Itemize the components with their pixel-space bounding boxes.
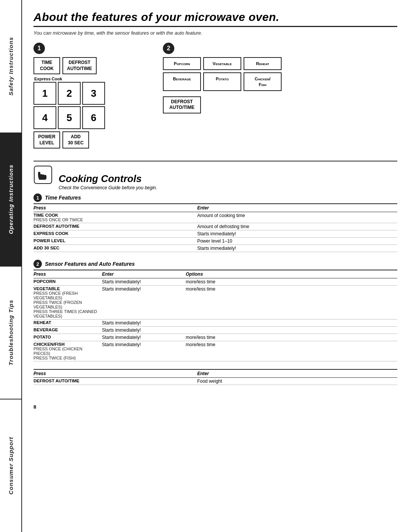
row-options: more/less time — [186, 286, 397, 320]
sensor-features-block: 2 Sensor Features and Auto Features Pres… — [33, 260, 397, 361]
cooking-controls-header: Cooking Controls — [33, 165, 397, 184]
number-grid: 1 2 3 4 5 6 — [33, 82, 105, 129]
table-row: POPCORN Starts immediately! more/less ti… — [33, 278, 397, 286]
row-press: POTATO — [33, 334, 102, 341]
defrost-enter-header: Enter — [197, 369, 397, 378]
sidebar-operating-label: Operating Instructions — [8, 165, 14, 234]
sidebar-troubleshooting: Troubleshooting Tips — [0, 267, 21, 400]
power-level-btn[interactable]: PowerLevel — [33, 131, 60, 149]
row-press: DEFROST AUTO/TIME — [33, 223, 197, 230]
add-30-sec-btn[interactable]: Add30 Sec — [62, 131, 89, 149]
time-features-title: Time Features — [45, 195, 81, 201]
row-enter: Amount of cooking time — [197, 212, 397, 223]
row-options: more/less time — [186, 341, 397, 361]
left-buttons-area: TimeCook DefrostAuto/Time Express Cook 1… — [33, 57, 105, 149]
express-cook-label: Express Cook — [34, 77, 105, 81]
chicken-fish-btn[interactable]: Chicken/Fish — [244, 72, 282, 91]
time-cook-label: TimeCook — [40, 60, 54, 71]
panel-left: 1 TimeCook DefrostAuto/Time Express Cook… — [33, 43, 151, 149]
num-btn-4[interactable]: 4 — [33, 106, 56, 129]
page-number: 8 — [33, 404, 397, 410]
row-press: BEVERAGE — [33, 327, 102, 334]
row-enter: Starts immediately! — [197, 245, 397, 252]
row-options — [186, 320, 397, 327]
vegetable-btn[interactable]: Vegetable — [203, 57, 241, 70]
row-press: CHICKEN/FISHPress once (chicken pieces)P… — [33, 341, 102, 361]
popcorn-btn[interactable]: Popcorn — [163, 57, 201, 70]
table-row: VEGETABLEPress once (fresh vegetables)Pr… — [33, 286, 397, 320]
row-press: POPCORN — [33, 278, 102, 286]
row-press: EXPRESS COOK — [33, 230, 197, 238]
row-enter: Starts immediately! — [102, 286, 186, 320]
row-enter: Amount of defrosting time — [197, 223, 397, 230]
row-enter: Starts immediately! — [102, 278, 186, 286]
table-row: CHICKEN/FISHPress once (chicken pieces)P… — [33, 341, 397, 361]
sidebar-safety-label: Safety Instructions — [8, 37, 14, 96]
table-row: POTATO Starts immediately! more/less tim… — [33, 334, 397, 341]
sidebar-consumer: Consumer Support — [0, 399, 21, 532]
sensor-features-badge: 2 — [33, 260, 42, 268]
time-features-block: 1 Time Features Press Enter TIME COOKPre… — [33, 193, 397, 252]
page-title: About the features of your microwave ove… — [33, 11, 397, 27]
row-enter: Power level 1–10 — [197, 238, 397, 245]
table-row: BEVERAGE Starts immediately! — [33, 327, 397, 334]
table-row: DEFROST AUTO/TIME Food weight — [33, 378, 397, 385]
defrost-press-header: Press — [33, 369, 197, 378]
page-subtitle: You can microwave by time, with the sens… — [33, 30, 397, 36]
right-defrost-btn[interactable]: DefrostAuto/Time — [163, 96, 201, 113]
row-press: TIME COOKPress once or twice — [33, 212, 197, 223]
power-level-label: PowerLevel — [38, 134, 55, 145]
time-press-header: Press — [33, 204, 197, 212]
defrost-table: Press Enter DEFROST AUTO/TIME Food weigh… — [33, 369, 397, 385]
table-row: DEFROST AUTO/TIME Amount of defrosting t… — [33, 223, 397, 230]
sidebar-consumer-label: Consumer Support — [8, 437, 14, 495]
defrost-table-block: Press Enter DEFROST AUTO/TIME Food weigh… — [33, 369, 397, 385]
time-features-badge: 1 — [33, 193, 42, 202]
row-press: VEGETABLEPress once (fresh vegetables)Pr… — [33, 286, 102, 320]
defrost-auto-time-btn[interactable]: DefrostAuto/Time — [62, 57, 97, 74]
hand-icon — [33, 165, 53, 184]
top-buttons: TimeCook DefrostAuto/Time — [33, 57, 105, 74]
row-press: POWER LEVEL — [33, 238, 197, 245]
panel-right: 2 Popcorn Vegetable Reheat Beverage Pota… — [163, 43, 397, 113]
row-press: DEFROST AUTO/TIME — [33, 378, 197, 385]
num-btn-1[interactable]: 1 — [33, 82, 56, 105]
sensor-press-header: Press — [33, 270, 102, 278]
main-content: About the features of your microwave ove… — [22, 0, 411, 532]
time-features-header: 1 Time Features — [33, 193, 397, 202]
row-enter: Starts immediately! — [102, 341, 186, 361]
cooking-controls-section: Cooking Controls Check the Convenience G… — [33, 161, 397, 393]
row-press: REHEAT — [33, 320, 102, 327]
sensor-enter-header: Enter — [102, 270, 186, 278]
sensor-features-table: Press Enter Options POPCORN Starts immed… — [33, 270, 397, 361]
badge-1: 1 — [33, 43, 45, 54]
row-options — [186, 327, 397, 334]
table-row: EXPRESS COOK Starts immediately! — [33, 230, 397, 238]
right-defrost-area: DefrostAuto/Time — [163, 96, 201, 113]
reheat-btn[interactable]: Reheat — [244, 57, 282, 70]
row-enter: Food weight — [197, 378, 397, 385]
right-buttons-grid: Popcorn Vegetable Reheat Beverage Potato… — [163, 57, 282, 91]
num-btn-6[interactable]: 6 — [82, 106, 105, 129]
num-btn-5[interactable]: 5 — [58, 106, 81, 129]
num-btn-2[interactable]: 2 — [58, 82, 81, 105]
bottom-buttons: PowerLevel Add30 Sec — [33, 131, 105, 149]
row-options: more/less time — [186, 334, 397, 341]
right-defrost-label: DefrostAuto/Time — [169, 99, 194, 110]
potato-btn[interactable]: Potato — [203, 72, 241, 91]
sensor-features-header: 2 Sensor Features and Auto Features — [33, 260, 397, 268]
time-cook-btn[interactable]: TimeCook — [33, 57, 60, 74]
table-row: REHEAT Starts immediately! — [33, 320, 397, 327]
cooking-controls-subtitle: Check the Convenience Guide before you b… — [59, 185, 397, 190]
beverage-btn[interactable]: Beverage — [163, 72, 201, 91]
table-row: POWER LEVEL Power level 1–10 — [33, 238, 397, 245]
defrost-auto-time-label: DefrostAuto/Time — [67, 60, 92, 71]
sensor-features-title: Sensor Features and Auto Features — [45, 261, 135, 267]
row-enter: Starts immediately! — [102, 327, 186, 334]
row-press: ADD 30 SEC — [33, 245, 197, 252]
table-row: TIME COOKPress once or twice Amount of c… — [33, 212, 397, 223]
sidebar-troubleshooting-label: Troubleshooting Tips — [8, 300, 14, 366]
row-enter: Starts immediately! — [197, 230, 397, 238]
num-btn-3[interactable]: 3 — [82, 82, 105, 105]
sidebar: Safety Instructions Operating Instructio… — [0, 0, 22, 532]
